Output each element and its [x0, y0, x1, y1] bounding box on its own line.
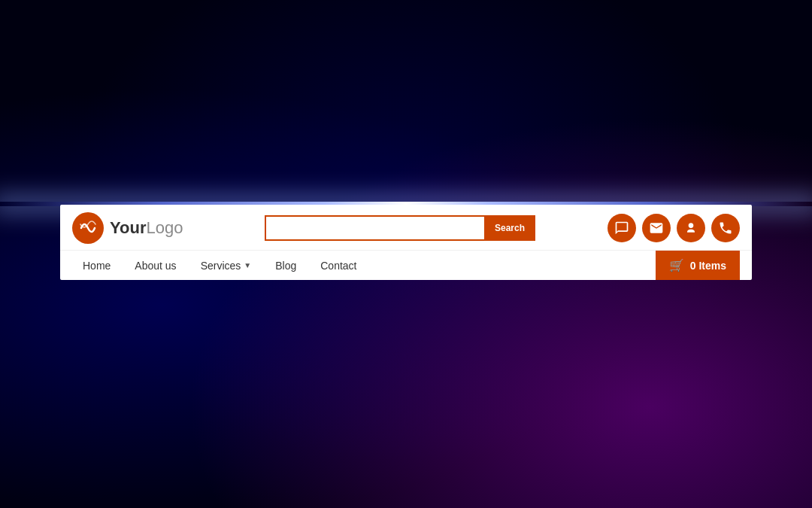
header-nav: Home About us Services ▼ Blog Contact 🛒 … [60, 250, 752, 280]
cart-icon: 🛒 [669, 258, 684, 272]
logo-your: Your [110, 218, 146, 237]
envelope-icon-button[interactable] [642, 214, 671, 242]
nav-item-contact[interactable]: Contact [310, 252, 367, 279]
search-area: Search [265, 215, 535, 241]
phone-icon-button[interactable] [711, 214, 740, 242]
logo-logo: Logo [146, 218, 183, 237]
search-input[interactable] [265, 215, 484, 241]
logo[interactable]: YourLogo [72, 212, 192, 244]
nav-item-home[interactable]: Home [72, 252, 121, 279]
logo-icon [72, 212, 104, 244]
nav-item-blog[interactable]: Blog [265, 252, 307, 279]
nav-item-services[interactable]: Services ▼ [190, 252, 262, 279]
services-chevron-icon: ▼ [244, 261, 251, 269]
logo-text: YourLogo [110, 220, 183, 236]
cart-button[interactable]: 🛒 0 Items [656, 251, 740, 280]
nav-items: Home About us Services ▼ Blog Contact [72, 252, 368, 279]
header-top: YourLogo Search [60, 205, 752, 250]
search-button[interactable]: Search [484, 215, 535, 241]
nav-item-about[interactable]: About us [124, 252, 186, 279]
header: YourLogo Search [60, 205, 752, 280]
chat-icon-button[interactable] [607, 214, 636, 242]
user-icon-button[interactable] [677, 214, 705, 242]
icon-buttons [607, 214, 740, 242]
cart-label: 0 Items [690, 260, 726, 272]
